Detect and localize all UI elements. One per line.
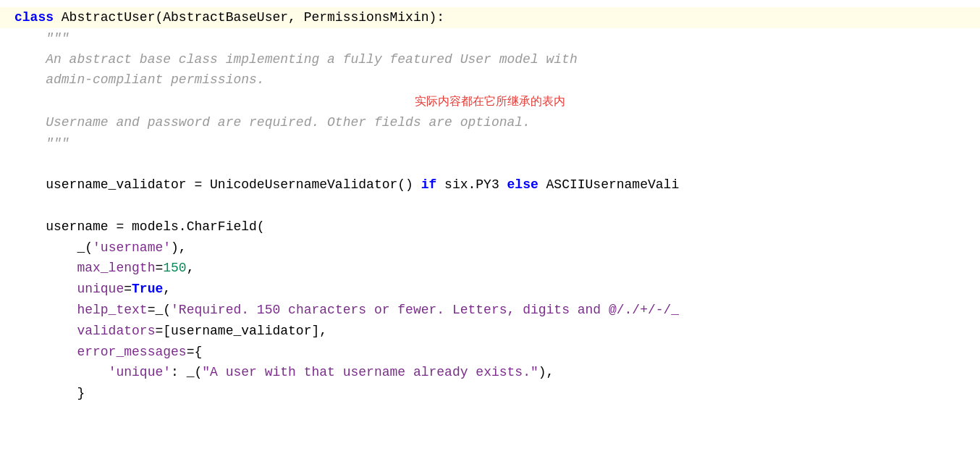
code-line: An abstract base class implementing a fu…	[0, 49, 980, 70]
code-token: =	[155, 258, 163, 279]
code-token: ASCIIUsernameVali	[538, 174, 679, 195]
code-token: username = models.CharField(	[14, 216, 265, 237]
code-line: class AbstractUser(AbstractBaseUser, Per…	[0, 7, 980, 28]
code-line: admin-compliant permissions.	[0, 70, 980, 91]
code-token: """	[46, 133, 69, 154]
code-token: _(	[14, 237, 93, 258]
annotation-line: 实际内容都在它所继承的表内	[0, 91, 980, 112]
code-token: 'Required. 150 characters or fewer. Lett…	[171, 300, 679, 321]
code-line: username = models.CharField(	[0, 216, 980, 237]
code-token: ),	[171, 237, 187, 258]
code-line: help_text=_('Required. 150 characters or…	[0, 300, 980, 321]
code-token: validators	[14, 321, 155, 342]
code-editor: class AbstractUser(AbstractBaseUser, Per…	[0, 0, 980, 467]
code-line: unique=True,	[0, 279, 980, 300]
code-token: =	[124, 279, 132, 300]
code-token: class	[14, 7, 62, 28]
annotation-text: 实际内容都在它所继承的表内	[415, 92, 565, 111]
code-token: =_(	[148, 300, 171, 321]
code-token: ,	[187, 258, 195, 279]
code-token: =[username_validator],	[155, 321, 327, 342]
code-line: }	[0, 383, 980, 404]
code-token: True	[132, 279, 163, 300]
code-line: max_length=150,	[0, 258, 980, 279]
code-token: ),	[538, 362, 554, 383]
code-line: 'unique': _("A user with that username a…	[0, 362, 980, 383]
code-token: 'username'	[93, 237, 171, 258]
code-line: _('username'),	[0, 237, 980, 258]
code-line: username_validator = UnicodeUsernameVali…	[0, 174, 980, 195]
code-token: An abstract base class implementing a fu…	[14, 49, 578, 70]
code-token: : _(	[171, 362, 202, 383]
code-token: max_length	[14, 258, 155, 279]
code-token: unique	[14, 279, 124, 300]
code-line: error_messages={	[0, 342, 980, 363]
code-line	[0, 153, 980, 174]
code-token: Username and password are required. Othe…	[14, 112, 531, 133]
code-token: error_messages	[14, 342, 187, 363]
code-token: "A user with that username already exist…	[202, 362, 538, 383]
code-token: 'unique'	[109, 362, 171, 383]
code-token: }	[14, 383, 85, 404]
code-token	[14, 28, 46, 49]
code-token: ={	[187, 342, 203, 363]
code-token: six.PY3	[436, 174, 507, 195]
code-line: """	[0, 28, 980, 49]
code-line: """	[0, 133, 980, 154]
code-token	[14, 362, 109, 383]
code-token: admin-compliant permissions.	[14, 70, 265, 91]
code-token: help_text	[14, 300, 148, 321]
code-token: username_validator = UnicodeUsernameVali…	[14, 174, 421, 195]
code-line: Username and password are required. Othe…	[0, 112, 980, 133]
code-token: else	[507, 174, 538, 195]
code-token: """	[46, 28, 69, 49]
code-token: if	[421, 174, 437, 195]
code-token: 150	[163, 258, 186, 279]
code-line: validators=[username_validator],	[0, 321, 980, 342]
code-line	[0, 195, 980, 216]
code-token: AbstractUser(AbstractBaseUser, Permissio…	[62, 7, 444, 28]
code-token: ,	[163, 279, 171, 300]
code-token	[14, 133, 46, 154]
